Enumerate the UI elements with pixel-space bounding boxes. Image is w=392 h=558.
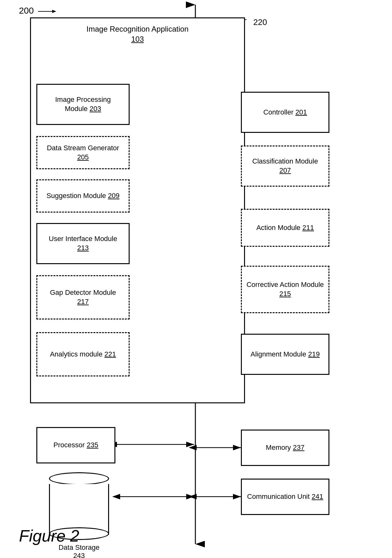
diagram-container: 200 220 Image Recognition Application 20… (0, 0, 392, 558)
gap-detector-module: Gap Detector Module217 (36, 275, 130, 319)
figure-label: Figure 2 (19, 526, 79, 545)
classification-module: Classification Module207 (241, 146, 329, 187)
communication-unit: Communication Unit 241 (241, 479, 329, 515)
controller-module: Controller 201 (241, 92, 329, 133)
user-interface-module: User Interface Module213 (36, 223, 130, 264)
data-stream-generator: Data Stream Generator205 (36, 136, 130, 169)
image-processing-module: Image ProcessingModule 203 (36, 84, 130, 125)
alignment-module: Alignment Module 219 (241, 334, 329, 375)
suggestion-module: Suggestion Module 209 (36, 179, 130, 213)
svg-marker-21 (52, 10, 56, 13)
action-module: Action Module 211 (241, 209, 329, 247)
processor: Processor 235 (36, 427, 115, 463)
analytics-module: Analytics module 221 (36, 332, 130, 376)
memory: Memory 237 (241, 430, 329, 466)
corrective-action-module: Corrective Action Module215 (241, 266, 329, 313)
app-title: Image Recognition Application 203 103 (31, 24, 244, 45)
ref-200: 200 (19, 6, 57, 16)
